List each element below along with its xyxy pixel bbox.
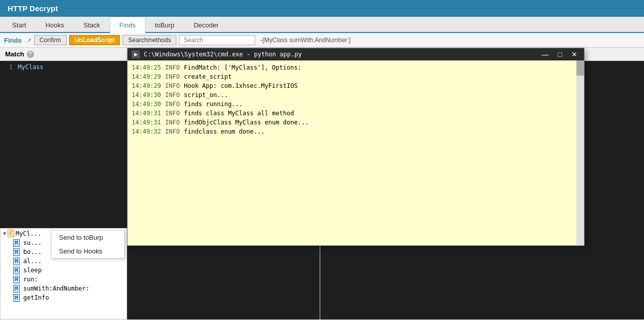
cmd-maximize-button[interactable]: □ [556,50,565,58]
cmd-line-0: 14:49:25 INFO FindMatch: ['MyClass'], Op… [132,63,580,72]
main-content: Match ? 1 MyClass ▼ C MyCl... M su... [0,48,644,319]
tab-stack[interactable]: Stack [74,17,110,33]
cmd-line-6: 14:49:31 INFO findObjcClass MyClass enum… [132,118,580,127]
match-line-content-1: MyClass [18,63,44,71]
cmd-msg-3: script_on... [184,90,228,100]
cmd-title-text: C:\Windows\System32\cmd.exe - python app… [144,51,535,58]
tree-item-3[interactable]: M sleep [11,266,127,275]
method-icon-5: M [13,285,20,293]
tree-item-label-4: run: [23,276,38,283]
method-icon-4: M [13,276,20,283]
method-icon-0: M [13,239,20,247]
tree-item-label-1: bo... [23,248,42,255]
cmd-time-5: 14:49:31 [132,109,161,118]
method-icon-6: M [13,294,20,302]
cmd-level-6: INFO [165,118,180,127]
cmd-scrollbar[interactable] [576,60,584,245]
tree-item-5[interactable]: M sumWith:AndNumber: [11,284,127,293]
tree-item-label-6: getInfo [23,294,49,301]
arrow-icon: ↗ [27,37,32,44]
tree-item-4[interactable]: M run: [11,275,127,284]
context-menu-item-send-to-burp[interactable]: Send to toBurp [51,231,124,244]
cmd-icon: ▶ [132,50,140,58]
cmd-level-4: INFO [165,100,180,109]
tab-hooks[interactable]: Hooks [36,17,74,33]
cmd-msg-5: finds class MyClass all method [184,109,294,118]
cmd-scrollthumb[interactable] [576,60,584,76]
secondary-bar: Finds ↗ Confirm UnLoadScript Searchmetho… [0,33,644,48]
cmd-content: 14:49:25 INFO FindMatch: ['MyClass'], Op… [128,60,584,245]
match-help-icon[interactable]: ? [27,51,34,58]
method-icon-1: M [13,248,20,256]
cmd-minimize-button[interactable]: — [539,50,551,58]
method-icon-3: M [13,267,20,274]
cmd-msg-1: create_script [184,72,232,81]
tab-bar: Start Hooks Stack Finds toBurp Decoder [0,17,644,33]
tab-start[interactable]: Start [3,17,36,33]
match-line-num-1: 1 [3,63,13,71]
cmd-level-1: INFO [165,72,180,81]
cmd-level-0: INFO [165,63,180,72]
context-menu: Send to toBurp Send to Hooks [51,230,125,259]
tree-item-6[interactable]: M getInfo [11,293,127,302]
match-label: Match [5,50,24,58]
method-icon-2: M [13,258,20,265]
search-input[interactable] [179,35,255,45]
cmd-time-7: 14:49:32 [132,127,161,136]
context-menu-item-send-to-hooks[interactable]: Send to Hooks [51,244,124,258]
cmd-line-2: 14:49:29 INFO Hook App: com.1xhsec.MyFir… [132,81,580,90]
cmd-msg-7: findclass enum done... [184,127,265,136]
app-title: HTTP Decrypt [8,4,58,13]
cmd-time-1: 14:49:29 [132,72,161,81]
cmd-msg-2: Hook App: com.1xhsec.MyFirstIOS [184,81,298,90]
cmd-line-1: 14:49:29 INFO create_script [132,72,580,81]
expand-icon: ▼ [3,231,6,236]
tab-finds[interactable]: Finds [110,17,145,33]
class-icon: C [8,230,14,237]
cmd-close-button[interactable]: ✕ [569,50,580,58]
cmd-titlebar: ▶ C:\Windows\System32\cmd.exe - python a… [128,48,584,60]
tree-root-label: MyCl... [16,230,42,237]
cmd-level-5: INFO [165,109,180,118]
cmd-line-4: 14:49:30 INFO finds running... [132,100,580,109]
finds-label: Finds [4,37,22,44]
title-bar: HTTP Decrypt [0,0,644,17]
cmd-line-7: 14:49:32 INFO findclass enum done... [132,127,580,136]
cmd-window: ▶ C:\Windows\System32\cmd.exe - python a… [127,48,585,246]
searchmethods-button[interactable]: Searchmethods [122,35,176,45]
tree-item-label-2: al... [23,258,42,265]
cmd-msg-6: findObjcClass MyClass enum done... [184,118,309,127]
cmd-level-3: INFO [165,90,180,100]
unload-script-button[interactable]: UnLoadScript [69,35,120,45]
cmd-time-0: 14:49:25 [132,63,161,72]
tree-item-label-3: sleep [23,267,42,274]
confirm-button[interactable]: Confirm [34,35,67,45]
cmd-line-3: 14:49:30 INFO script_on... [132,90,580,100]
cmd-time-3: 14:49:30 [132,90,161,100]
cmd-level-7: INFO [165,127,180,136]
cmd-level-2: INFO [165,81,180,90]
tab-toburp[interactable]: toBurp [145,17,184,33]
cmd-msg-4: finds running... [184,100,243,109]
tab-decoder[interactable]: Decoder [184,17,228,33]
cmd-time-2: 14:49:29 [132,81,161,90]
cmd-time-6: 14:49:31 [132,118,161,127]
cmd-msg-0: FindMatch: ['MyClass'], Options: [184,63,301,72]
tree-item-label-0: su... [23,239,42,246]
tag-label: -[MyClass sumWith:AndNumber:] [260,37,350,44]
tree-item-label-5: sumWith:AndNumber: [23,285,89,292]
cmd-time-4: 14:49:30 [132,100,161,109]
cmd-line-5: 14:49:31 INFO finds class MyClass all me… [132,109,580,118]
